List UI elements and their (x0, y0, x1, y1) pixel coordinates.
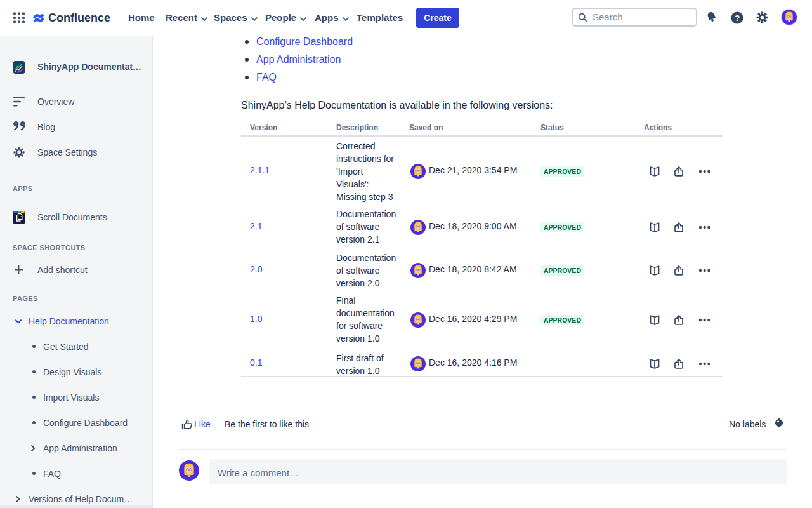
svg-text:?: ? (735, 13, 740, 23)
